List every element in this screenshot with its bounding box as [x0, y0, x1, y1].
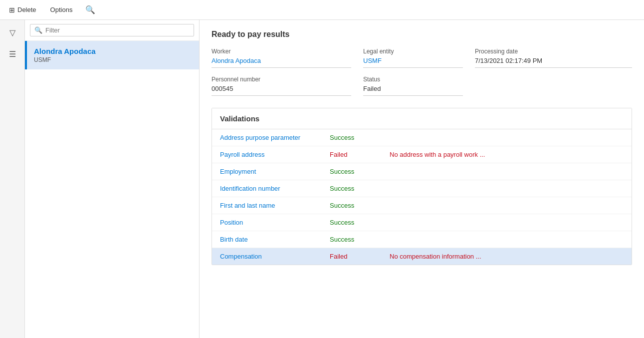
sidebar: 🔍 Alondra Apodaca USMF — [25, 20, 200, 338]
validation-message — [382, 180, 632, 197]
personnel-number-field: Personnel number 000545 — [212, 76, 351, 96]
processing-date-label: Processing date — [475, 48, 632, 55]
validation-message — [382, 197, 632, 214]
delete-label: Delete — [17, 6, 36, 13]
table-row[interactable]: Identification numberSuccess — [212, 180, 632, 197]
validations-title: Validations — [212, 108, 632, 129]
validation-message — [382, 214, 632, 231]
worker-value: Alondra Apodaca — [212, 57, 351, 68]
sidebar-filter-area: 🔍 — [25, 20, 199, 41]
search-icon: 🔍 — [85, 5, 95, 14]
validation-status: Success — [322, 231, 382, 248]
worker-field: Worker Alondra Apodaca — [212, 48, 351, 68]
validation-message: No address with a payroll work ... — [382, 146, 632, 163]
validations-section: Validations Address purpose parameterSuc… — [212, 108, 632, 265]
delete-button[interactable]: ⊞ Delete — [6, 4, 39, 16]
legal-entity-value: USMF — [363, 57, 463, 68]
validation-status: Success — [322, 197, 382, 214]
status-value: Failed — [363, 85, 463, 96]
validation-status: Success — [322, 214, 382, 231]
table-row[interactable]: CompensationFailedNo compensation inform… — [212, 248, 632, 265]
processing-date-value: 7/13/2021 02:17:49 PM — [475, 57, 632, 68]
validation-message — [382, 129, 632, 146]
validation-message: No compensation information ... — [382, 248, 632, 265]
filter-search-icon: 🔍 — [34, 26, 42, 34]
validation-name: Identification number — [212, 180, 322, 197]
sidebar-item-name: Alondra Apodaca — [34, 47, 192, 55]
validation-name: Birth date — [212, 231, 322, 248]
table-row[interactable]: Payroll addressFailedNo address with a p… — [212, 146, 632, 163]
validation-status: Success — [322, 180, 382, 197]
validation-name: Compensation — [212, 248, 322, 265]
hamburger-icon[interactable]: ☰ — [6, 46, 19, 62]
filter-input-wrap: 🔍 — [30, 24, 194, 36]
status-label: Status — [363, 76, 463, 83]
validations-table: Address purpose parameterSuccessPayroll … — [212, 129, 632, 265]
legal-entity-field: Legal entity USMF — [363, 48, 463, 68]
table-row[interactable]: Address purpose parameterSuccess — [212, 129, 632, 146]
worker-label: Worker — [212, 48, 351, 55]
processing-date-field: Processing date 7/13/2021 02:17:49 PM — [475, 48, 632, 68]
filter-icon[interactable]: ▽ — [6, 25, 18, 40]
search-button[interactable]: 🔍 — [83, 3, 97, 16]
table-row[interactable]: First and last nameSuccess — [212, 197, 632, 214]
section-title: Ready to pay results — [212, 30, 632, 39]
main-layout: ▽ ☰ 🔍 Alondra Apodaca USMF Ready to pay … — [0, 20, 644, 338]
validation-name: Employment — [212, 163, 322, 180]
table-row[interactable]: EmploymentSuccess — [212, 163, 632, 180]
validation-status: Success — [322, 163, 382, 180]
table-row[interactable]: Birth dateSuccess — [212, 231, 632, 248]
form-grid: Worker Alondra Apodaca Legal entity USMF… — [212, 48, 632, 96]
validation-name: Payroll address — [212, 146, 322, 163]
toolbar: ⊞ Delete Options 🔍 — [0, 0, 644, 20]
validation-status: Success — [322, 129, 382, 146]
validation-status: Failed — [322, 146, 382, 163]
personnel-number-label: Personnel number — [212, 76, 351, 83]
personnel-number-value: 000545 — [212, 85, 351, 96]
sidebar-item-sub: USMF — [34, 56, 192, 63]
sidebar-list: Alondra Apodaca USMF — [25, 41, 199, 338]
options-label: Options — [50, 6, 73, 13]
validation-message — [382, 163, 632, 180]
validation-status: Failed — [322, 248, 382, 265]
content-area: Ready to pay results Worker Alondra Apod… — [200, 20, 644, 338]
filter-input[interactable] — [45, 26, 190, 34]
status-field: Status Failed — [363, 76, 463, 96]
table-row[interactable]: PositionSuccess — [212, 214, 632, 231]
sidebar-item-alondra[interactable]: Alondra Apodaca USMF — [25, 41, 199, 69]
options-button[interactable]: Options — [47, 4, 76, 15]
delete-icon: ⊞ — [9, 6, 15, 14]
validation-name: Address purpose parameter — [212, 129, 322, 146]
validation-message — [382, 231, 632, 248]
validation-name: First and last name — [212, 197, 322, 214]
legal-entity-label: Legal entity — [363, 48, 463, 55]
nav-strip: ▽ ☰ — [0, 20, 25, 338]
validation-name: Position — [212, 214, 322, 231]
